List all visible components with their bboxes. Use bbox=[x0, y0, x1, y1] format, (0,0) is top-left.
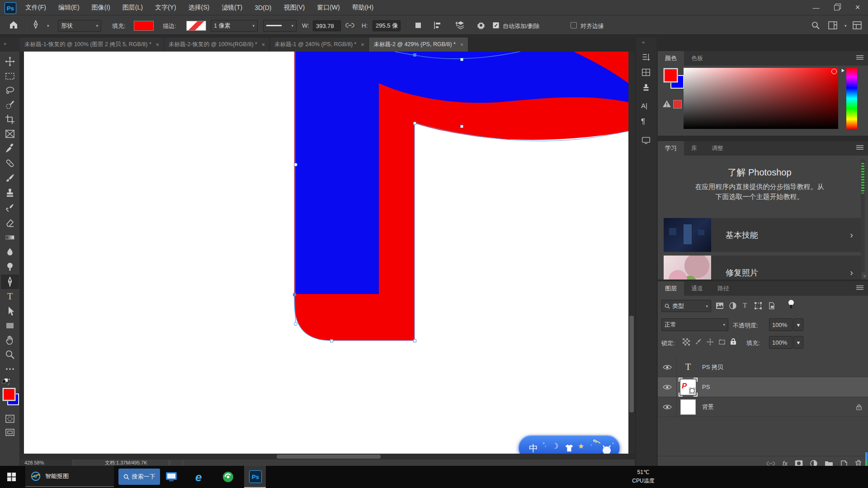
crop-tool[interactable] bbox=[5, 114, 15, 125]
layer-filter-type-select[interactable]: 类型 ▾ bbox=[661, 300, 711, 312]
document-canvas[interactable]: 中 °, ☽ ★ bbox=[24, 52, 628, 454]
type-tool[interactable]: T bbox=[5, 291, 15, 302]
panel-menu-icon[interactable] bbox=[856, 285, 863, 291]
gear-icon[interactable] bbox=[476, 21, 486, 30]
status-prev-icon[interactable]: 〈 bbox=[179, 460, 184, 466]
fill-dropdown-icon[interactable]: ▾ bbox=[793, 336, 803, 349]
green-browser-icon[interactable] bbox=[222, 471, 234, 483]
learn-scrollbar[interactable] bbox=[861, 159, 865, 272]
eraser-tool[interactable] bbox=[5, 218, 15, 228]
screen-mode-icon[interactable] bbox=[5, 427, 15, 438]
tab-adjustments[interactable]: 调整 bbox=[704, 141, 731, 156]
taskbar-search-box[interactable]: 搜索一下 bbox=[118, 469, 160, 485]
color-field-picker[interactable] bbox=[831, 69, 837, 74]
path-alignment-icon[interactable] bbox=[433, 21, 442, 30]
visibility-toggle[interactable] bbox=[658, 397, 677, 417]
filter-type-layers-icon[interactable]: T bbox=[743, 302, 747, 309]
path-anchor[interactable] bbox=[460, 125, 463, 128]
tab-libraries[interactable]: 库 bbox=[684, 141, 704, 156]
double-arrow-left-icon[interactable]: « bbox=[642, 39, 645, 45]
opacity-dropdown-icon[interactable]: ▾ bbox=[793, 318, 803, 331]
path-arrangement-icon[interactable] bbox=[455, 20, 467, 31]
quick-mask-icon[interactable] bbox=[5, 413, 15, 424]
paragraph-panel-icon[interactable]: ¶ bbox=[641, 117, 652, 128]
default-colors-icon[interactable] bbox=[2, 378, 11, 385]
ime-lang-indicator[interactable]: 中 bbox=[529, 442, 538, 454]
horizontal-scrollbar-thumb[interactable] bbox=[277, 455, 381, 459]
path-anchor[interactable] bbox=[413, 53, 416, 57]
tab-color[interactable]: 颜色 bbox=[658, 51, 684, 66]
auto-add-delete-checkbox[interactable]: ✓ bbox=[493, 22, 499, 28]
gamut-warning-icon[interactable] bbox=[662, 100, 671, 108]
pen-tool-selected[interactable] bbox=[5, 276, 15, 287]
menu-filter[interactable]: 滤镜(T) bbox=[222, 4, 242, 12]
blend-mode-select[interactable]: 正常 ▾ bbox=[661, 318, 728, 331]
filter-shape-layers-icon[interactable] bbox=[755, 302, 762, 309]
taskbar-photoshop-button[interactable]: Ps bbox=[244, 466, 266, 488]
shape-width-input[interactable]: 393.78 bbox=[313, 20, 341, 31]
eyedropper-tool[interactable] bbox=[5, 143, 15, 154]
filter-smart-objects-icon[interactable] bbox=[768, 302, 775, 309]
menu-window[interactable]: 窗口(W) bbox=[317, 4, 340, 12]
lock-position-icon[interactable] bbox=[707, 338, 714, 346]
opacity-input[interactable]: 100% bbox=[769, 318, 793, 331]
fill-input[interactable]: 100% bbox=[769, 336, 793, 349]
ime-theme-widget[interactable]: 中 °, ☽ ★ bbox=[518, 435, 620, 454]
more-tools-icon[interactable] bbox=[5, 364, 15, 374]
menu-view[interactable]: 视图(V) bbox=[283, 4, 305, 12]
gamut-color-swatch[interactable] bbox=[673, 100, 682, 109]
menu-image[interactable]: 图像(I) bbox=[92, 4, 110, 12]
stroke-width-select[interactable]: 1 像素▾ bbox=[211, 20, 258, 32]
home-icon[interactable] bbox=[8, 19, 19, 30]
document-tab[interactable]: 未标题-2-恢复的 @ 100%(RGB/8) * × bbox=[164, 38, 270, 52]
learn-scrollbar-thumb[interactable] bbox=[861, 163, 864, 194]
path-anchor[interactable] bbox=[413, 339, 416, 342]
history-panel-icon[interactable] bbox=[641, 52, 652, 63]
menu-3d[interactable]: 3D(D) bbox=[255, 4, 271, 11]
path-anchor[interactable] bbox=[413, 122, 416, 125]
hue-slider[interactable] bbox=[846, 68, 857, 129]
horizontal-scrollbar[interactable] bbox=[20, 454, 628, 460]
visibility-toggle[interactable] bbox=[658, 357, 677, 377]
tab-close-icon[interactable]: × bbox=[262, 42, 265, 48]
foreground-background-swatches[interactable] bbox=[3, 388, 18, 407]
tab-close-icon[interactable]: × bbox=[460, 42, 463, 48]
layer-thumbnail-ps[interactable]: P bbox=[680, 379, 696, 395]
tab-layers[interactable]: 图层 bbox=[658, 281, 684, 296]
tab-channels[interactable]: 通道 bbox=[684, 281, 710, 296]
vertical-scrollbar-thumb[interactable] bbox=[629, 316, 634, 412]
zoom-level-field[interactable]: 428.58% bbox=[20, 460, 73, 466]
cpu-temp-widget[interactable]: 51℃ CPU温度 bbox=[626, 468, 661, 485]
path-anchor[interactable] bbox=[293, 293, 296, 296]
preset-dropdown-icon[interactable]: ▾ bbox=[43, 24, 49, 28]
panel-menu-icon[interactable] bbox=[856, 145, 863, 151]
pen-tool-preset-icon[interactable] bbox=[31, 20, 41, 30]
document-tab[interactable]: 未标题-1 @ 240% (PS, RGB/8) * × bbox=[270, 38, 369, 52]
link-dimensions-icon[interactable] bbox=[345, 21, 354, 29]
restore-button[interactable] bbox=[826, 0, 847, 15]
filter-pixel-layers-icon[interactable] bbox=[716, 302, 724, 309]
lock-artboard-icon[interactable] bbox=[718, 338, 726, 346]
moon-icon[interactable]: ☽ bbox=[552, 441, 558, 451]
layer-row-ps-copy[interactable]: T PS 拷贝 bbox=[658, 357, 868, 377]
taskbar-video-app-icon[interactable] bbox=[165, 471, 177, 482]
hue-slider-pointer[interactable] bbox=[841, 68, 845, 73]
stroke-style-select[interactable]: ▾ bbox=[263, 20, 297, 32]
status-next-icon[interactable]: 〉 bbox=[168, 460, 173, 466]
clothes-icon[interactable] bbox=[564, 443, 574, 453]
character-panel-icon[interactable]: A| bbox=[641, 102, 652, 113]
tab-swatches[interactable]: 色板 bbox=[684, 51, 710, 66]
healing-brush-tool[interactable] bbox=[5, 158, 15, 169]
tab-learn[interactable]: 学习 bbox=[658, 141, 684, 156]
menu-help[interactable]: 帮助(H) bbox=[352, 4, 373, 12]
path-handle[interactable] bbox=[294, 322, 297, 326]
rectangle-tool[interactable] bbox=[5, 320, 15, 331]
path-selection-tool[interactable] bbox=[5, 306, 15, 317]
zoom-tool[interactable] bbox=[5, 349, 15, 360]
lock-transparency-icon[interactable] bbox=[683, 338, 690, 346]
path-operations-icon[interactable] bbox=[414, 21, 422, 29]
document-tab-active[interactable]: 未标题-2 @ 429% (PS, RGB/8) * × bbox=[369, 38, 468, 52]
menu-edit[interactable]: 编辑(E) bbox=[58, 4, 80, 12]
brush-tool[interactable] bbox=[5, 173, 15, 184]
lock-all-icon[interactable] bbox=[730, 338, 736, 345]
